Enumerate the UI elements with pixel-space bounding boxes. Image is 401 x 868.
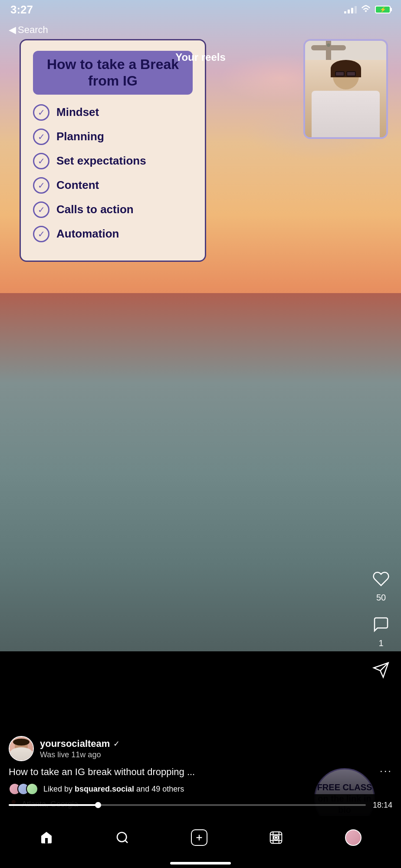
- nav-profile[interactable]: [345, 829, 362, 846]
- glasses: [335, 71, 357, 76]
- checklist-item-2: ✓ Planning: [33, 129, 193, 145]
- like-count: 50: [376, 593, 386, 603]
- checklist-item-4: ✓ Content: [33, 177, 193, 194]
- comment-count: 1: [378, 638, 383, 648]
- checklist-item-text-2: Planning: [56, 130, 104, 143]
- home-indicator: [170, 862, 231, 865]
- user-avatar[interactable]: [9, 736, 34, 761]
- back-chevron-icon: ◀: [9, 24, 16, 36]
- water-background: [0, 293, 401, 651]
- back-button[interactable]: ◀ Search: [9, 24, 48, 36]
- avatar-image: [10, 737, 33, 760]
- check-icon-6: ✓: [33, 226, 49, 242]
- nav-bar: ◀ Search: [0, 19, 401, 41]
- likes-text: Liked by bsquared.social and 49 others: [43, 785, 184, 794]
- live-time: Was live 11w ago: [40, 750, 120, 759]
- progress-time: 18:14: [373, 801, 392, 810]
- progress-fill: [9, 804, 98, 806]
- nav-add[interactable]: [191, 829, 207, 846]
- checklist-item-1: ✓ Mindset: [33, 104, 193, 121]
- check-icon-3: ✓: [33, 153, 49, 169]
- progress-bar[interactable]: [9, 804, 366, 806]
- add-icon: [191, 829, 207, 846]
- verified-icon: ✓: [113, 739, 120, 749]
- like-button[interactable]: 50: [370, 568, 392, 603]
- checklist-item-text-4: Content: [56, 178, 99, 192]
- signal-icon: [344, 6, 357, 13]
- check-icon-5: ✓: [33, 201, 49, 218]
- send-icon: [370, 659, 392, 681]
- checklist-title-bg: How to take a Break from IG: [33, 51, 193, 95]
- nav-reels[interactable]: [269, 831, 283, 845]
- svg-point-8: [275, 837, 277, 838]
- username-row: yoursocialteam ✓: [40, 738, 120, 749]
- like-avatar-3: [26, 783, 38, 795]
- caption: How to take an IG break without dropping…: [9, 766, 392, 778]
- ceiling-fan: [329, 45, 363, 50]
- home-icon: [39, 831, 53, 845]
- person-body: ☝: [305, 60, 386, 137]
- checklist-item-5: ✓ Calls to action: [33, 201, 193, 218]
- person-thumbnail: ☝: [303, 39, 388, 139]
- check-icon-1: ✓: [33, 104, 49, 121]
- shirt: [312, 91, 380, 137]
- svg-line-3: [125, 840, 128, 843]
- search-icon: [115, 831, 129, 845]
- reels-icon: [269, 831, 283, 845]
- your-reels-label: Your reels: [175, 51, 226, 63]
- bottom-nav: [0, 816, 401, 868]
- likes-row: Liked by bsquared.social and 49 others: [9, 783, 392, 795]
- checklist-card: How to take a Break from IG ✓ Mindset ✓ …: [20, 39, 206, 262]
- checklist-item-text-1: Mindset: [56, 106, 99, 119]
- share-button[interactable]: [370, 659, 392, 681]
- liked-by-name[interactable]: bsquared.social: [75, 785, 134, 793]
- comment-icon: [370, 613, 392, 636]
- like-avatars: [9, 783, 35, 795]
- checklist-title-text: How to take a Break from IG: [40, 56, 186, 89]
- battery-icon: ⚡: [375, 6, 391, 13]
- person-head: [333, 63, 359, 89]
- check-icon-4: ✓: [33, 177, 49, 194]
- status-time: 3:27: [10, 3, 33, 17]
- progress-container: 18:14: [0, 794, 401, 816]
- progress-dot: [95, 802, 101, 808]
- person-bg: ☝: [305, 41, 386, 137]
- status-icons: ⚡: [344, 5, 391, 15]
- nav-search[interactable]: [115, 831, 129, 845]
- profile-icon: [345, 829, 362, 846]
- status-bar: 3:27 ⚡: [0, 0, 401, 19]
- checklist-item-3: ✓ Set expectations: [33, 153, 193, 169]
- wifi-icon: [361, 5, 371, 15]
- nav-home[interactable]: [39, 831, 53, 845]
- action-buttons: 50 1: [370, 568, 392, 681]
- checklist-item-text-5: Calls to action: [56, 203, 134, 216]
- back-label: Search: [18, 24, 48, 36]
- svg-point-2: [117, 832, 126, 842]
- check-icon-2: ✓: [33, 129, 49, 145]
- liked-by-count: 49 others: [151, 785, 184, 793]
- heart-icon: [370, 568, 392, 590]
- username[interactable]: yoursocialteam: [40, 738, 110, 749]
- comment-button[interactable]: 1: [370, 613, 392, 648]
- user-row: yoursocialteam ✓ Was live 11w ago: [9, 736, 392, 761]
- user-info: yoursocialteam ✓ Was live 11w ago: [40, 738, 120, 759]
- checklist-item-text-6: Automation: [56, 227, 119, 241]
- checklist-item-text-3: Set expectations: [56, 154, 146, 168]
- checklist-item-6: ✓ Automation: [33, 226, 193, 242]
- more-options-button[interactable]: ···: [380, 765, 392, 777]
